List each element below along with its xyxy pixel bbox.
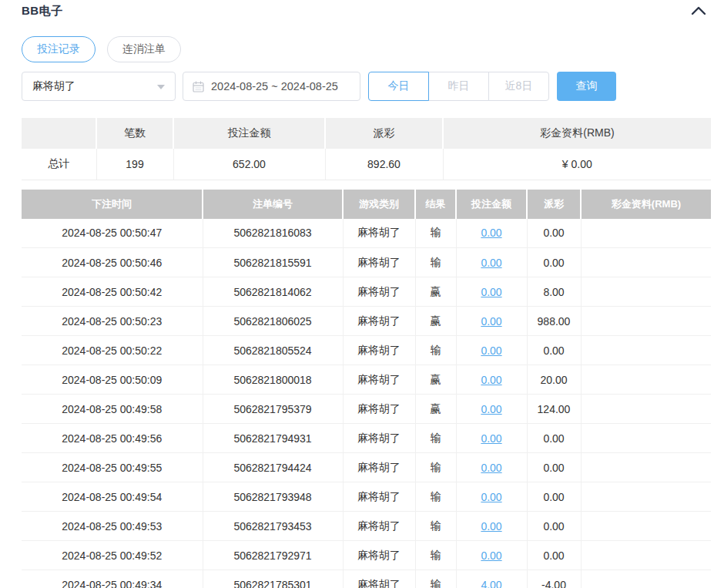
bet-amount-link[interactable]: 0.00 bbox=[481, 403, 501, 415]
payout-cell: 0.00 bbox=[527, 453, 581, 482]
table-row: 2024-08-25 00:49:56 5062821794931 麻将胡了 输… bbox=[22, 424, 711, 453]
tab-cancelled-orders[interactable]: 连消注单 bbox=[107, 36, 181, 62]
game-select[interactable]: 麻将胡了 bbox=[22, 72, 176, 101]
col-order-id: 注单编号 bbox=[203, 190, 343, 219]
bet-amount-cell: 0.00 bbox=[456, 482, 527, 512]
bet-amount-cell: 0.00 bbox=[456, 453, 527, 482]
payout-cell: 0.00 bbox=[527, 512, 581, 541]
order-id-cell: 5062821792971 bbox=[203, 541, 343, 570]
result-cell: 输 bbox=[415, 512, 456, 541]
bet-amount-cell: 0.00 bbox=[456, 512, 527, 541]
payout-cell: 0.00 bbox=[527, 424, 581, 453]
order-id-cell: 5062821793948 bbox=[203, 482, 343, 512]
game-type-cell: 麻将胡了 bbox=[343, 453, 415, 482]
bet-amount-link[interactable]: 0.00 bbox=[481, 286, 501, 298]
summary-total-label: 总计 bbox=[22, 149, 96, 180]
filter-bar: 麻将胡了 2024-08-25 ~ 2024-08-25 今日 昨日 近8日 查… bbox=[22, 72, 711, 101]
payout-cell: -4.00 bbox=[527, 570, 581, 588]
bet-amount-link[interactable]: 0.00 bbox=[481, 374, 501, 386]
bet-amount-link[interactable]: 0.00 bbox=[481, 520, 501, 533]
records-header-row: 下注时间 注单编号 游戏类别 结果 投注金额 派彩 彩金资料(RMB) bbox=[22, 190, 711, 219]
table-row: 2024-08-25 00:50:23 5062821806025 麻将胡了 赢… bbox=[22, 307, 711, 336]
bet-time-cell: 2024-08-25 00:50:47 bbox=[22, 219, 203, 248]
bet-amount-cell: 0.00 bbox=[456, 541, 527, 570]
result-cell: 输 bbox=[415, 541, 456, 570]
game-type-cell: 麻将胡了 bbox=[343, 277, 415, 307]
result-cell: 输 bbox=[415, 424, 456, 453]
bet-amount-link[interactable]: 4.00 bbox=[481, 579, 501, 588]
bonus-cell bbox=[581, 395, 711, 424]
panel-header: BB电子 bbox=[22, 4, 711, 18]
payout-cell: 8.00 bbox=[527, 277, 581, 307]
bet-amount-cell: 0.00 bbox=[456, 307, 527, 336]
order-id-cell: 5062821814062 bbox=[203, 277, 343, 307]
summary-total-row: 总计 199 652.00 892.60 ¥ 0.00 bbox=[22, 149, 711, 180]
payout-cell: 0.00 bbox=[527, 219, 581, 248]
order-id-cell: 5062821815591 bbox=[203, 248, 343, 277]
bet-amount-cell: 0.00 bbox=[456, 395, 527, 424]
last-8-days-button[interactable]: 近8日 bbox=[488, 72, 549, 101]
bet-time-cell: 2024-08-25 00:49:53 bbox=[22, 512, 203, 541]
order-id-cell: 5062821794931 bbox=[203, 424, 343, 453]
today-button[interactable]: 今日 bbox=[368, 72, 429, 101]
order-id-cell: 5062821795379 bbox=[203, 395, 343, 424]
bet-amount-link[interactable]: 0.00 bbox=[481, 257, 501, 269]
result-cell: 赢 bbox=[415, 277, 456, 307]
result-cell: 输 bbox=[415, 248, 456, 277]
bet-amount-cell: 0.00 bbox=[456, 248, 527, 277]
summary-total-count: 199 bbox=[96, 149, 173, 180]
game-type-cell: 麻将胡了 bbox=[343, 512, 415, 541]
summary-col-payout: 派彩 bbox=[325, 118, 443, 149]
bet-amount-link[interactable]: 0.00 bbox=[481, 462, 501, 474]
bonus-cell bbox=[581, 277, 711, 307]
bet-amount-link[interactable]: 0.00 bbox=[481, 315, 501, 328]
bet-time-cell: 2024-08-25 00:49:56 bbox=[22, 424, 203, 453]
bet-amount-link[interactable]: 0.00 bbox=[481, 344, 501, 357]
bonus-cell bbox=[581, 219, 711, 248]
result-cell: 赢 bbox=[415, 307, 456, 336]
table-row: 2024-08-25 00:50:09 5062821800018 麻将胡了 赢… bbox=[22, 365, 711, 395]
table-row: 2024-08-25 00:50:46 5062821815591 麻将胡了 输… bbox=[22, 248, 711, 277]
result-cell: 输 bbox=[415, 570, 456, 588]
order-id-cell: 5062821806025 bbox=[203, 307, 343, 336]
col-payout: 派彩 bbox=[527, 190, 581, 219]
result-cell: 赢 bbox=[415, 395, 456, 424]
bet-time-cell: 2024-08-25 00:50:09 bbox=[22, 365, 203, 395]
order-id-cell: 5062821793453 bbox=[203, 512, 343, 541]
bet-time-cell: 2024-08-25 00:49:54 bbox=[22, 482, 203, 512]
bet-amount-link[interactable]: 0.00 bbox=[481, 227, 501, 239]
records-table: 下注时间 注单编号 游戏类别 结果 投注金额 派彩 彩金资料(RMB) 2024… bbox=[22, 190, 711, 588]
payout-cell: 20.00 bbox=[527, 365, 581, 395]
yesterday-button[interactable]: 昨日 bbox=[428, 72, 489, 101]
bonus-cell bbox=[581, 482, 711, 512]
col-result: 结果 bbox=[415, 190, 456, 219]
quick-date-group: 今日 昨日 近8日 bbox=[368, 72, 549, 101]
date-range-input[interactable]: 2024-08-25 ~ 2024-08-25 bbox=[183, 72, 360, 101]
order-id-cell: 5062821785301 bbox=[203, 570, 343, 588]
bet-amount-cell: 0.00 bbox=[456, 219, 527, 248]
tab-bet-records[interactable]: 投注记录 bbox=[22, 36, 96, 62]
bet-time-cell: 2024-08-25 00:50:42 bbox=[22, 277, 203, 307]
payout-cell: 0.00 bbox=[527, 541, 581, 570]
collapse-button[interactable] bbox=[688, 5, 709, 17]
bet-amount-link[interactable]: 0.00 bbox=[481, 549, 501, 562]
table-row: 2024-08-25 00:50:22 5062821805524 麻将胡了 输… bbox=[22, 336, 711, 365]
bet-time-cell: 2024-08-25 00:49:34 bbox=[22, 570, 203, 588]
bet-time-cell: 2024-08-25 00:50:22 bbox=[22, 336, 203, 365]
bonus-cell bbox=[581, 248, 711, 277]
bet-amount-link[interactable]: 0.00 bbox=[481, 491, 501, 503]
query-button[interactable]: 查询 bbox=[557, 72, 616, 101]
table-row: 2024-08-25 00:49:34 5062821785301 麻将胡了 输… bbox=[22, 570, 711, 588]
game-type-cell: 麻将胡了 bbox=[343, 248, 415, 277]
bet-amount-cell: 0.00 bbox=[456, 336, 527, 365]
result-cell: 输 bbox=[415, 453, 456, 482]
table-row: 2024-08-25 00:49:55 5062821794424 麻将胡了 输… bbox=[22, 453, 711, 482]
bet-amount-cell: 0.00 bbox=[456, 277, 527, 307]
payout-cell: 124.00 bbox=[527, 395, 581, 424]
bet-records-panel: BB电子 投注记录 连消注单 麻将胡了 2024-08-25 ~ 2024-08… bbox=[0, 0, 714, 588]
bet-amount-link[interactable]: 0.00 bbox=[481, 432, 501, 445]
date-range-value: 2024-08-25 ~ 2024-08-25 bbox=[211, 80, 338, 92]
bonus-cell bbox=[581, 336, 711, 365]
bet-time-cell: 2024-08-25 00:50:23 bbox=[22, 307, 203, 336]
payout-cell: 0.00 bbox=[527, 248, 581, 277]
